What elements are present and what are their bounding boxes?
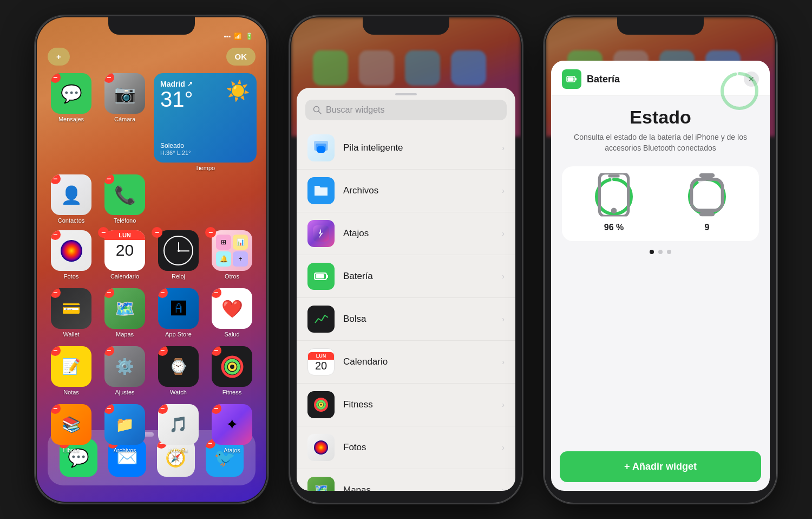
notch-1 (108, 17, 195, 35)
delete-badge[interactable]: − (158, 346, 168, 356)
battery-dot-3 (667, 250, 671, 254)
weather-range: H:36° L:21° (160, 150, 250, 156)
ok-button[interactable]: OK (226, 48, 256, 66)
delete-badge[interactable]: − (51, 346, 61, 356)
svg-point-25 (611, 208, 617, 214)
plus-button[interactable]: + (48, 48, 70, 66)
chevron-icon-archivos: › (502, 186, 505, 195)
app-label-salud: Salud (224, 331, 239, 338)
app-item-camara[interactable]: − 📷 Cámara (99, 71, 150, 125)
widget-item-bateria[interactable]: Batería › (297, 255, 515, 298)
app-label-notas: Notas (63, 389, 79, 395)
app-item-libros[interactable]: − 📚 Libros (45, 402, 97, 456)
widget-item-bolsa[interactable]: Bolsa › (297, 298, 515, 341)
svg-rect-12 (316, 274, 324, 278)
widget-item-fotos[interactable]: Fotos › (297, 426, 515, 469)
app-label-tiempo: Tiempo (154, 165, 257, 171)
app-label-musica: Música (169, 447, 188, 453)
svg-rect-29 (699, 212, 715, 217)
delete-badge[interactable]: − (104, 346, 114, 356)
app-icon-otros: − ⊞ 📊 🔔 + (212, 230, 252, 271)
delete-badge[interactable]: − (51, 73, 61, 83)
app-item-calendario[interactable]: − LUN 20 Calendario (99, 228, 150, 282)
iphone-3: Batería ✕ Estado Consulta el estado de l… (544, 16, 777, 503)
sheet-handle (395, 93, 417, 95)
notch-3 (617, 17, 704, 35)
add-widget-button[interactable]: + Añadir widget (560, 451, 761, 482)
app-item-contactos[interactable]: − 👤 Contactos (45, 172, 97, 226)
phone2-screen: Buscar widgets Pi (291, 17, 521, 502)
notch-2 (363, 17, 449, 35)
app-item-archivos[interactable]: − 📁 Archivos (99, 402, 150, 456)
phone1-screen: ▪▪▪ 📶 🔋 + OK − 💬 (37, 17, 266, 502)
delete-badge[interactable]: − (152, 227, 162, 238)
battery-pct-watch: 9 (705, 223, 710, 232)
delete-badge[interactable]: − (212, 404, 221, 414)
delete-badge[interactable]: − (212, 230, 216, 238)
app-icon-fitness: − (212, 346, 252, 387)
svg-rect-28 (699, 173, 715, 178)
delete-badge[interactable]: − (104, 288, 114, 298)
delete-badge[interactable]: − (51, 288, 61, 298)
weather-temp: 31° (160, 88, 193, 110)
delete-badge[interactable]: − (51, 404, 61, 414)
app-item-fitness[interactable]: − Fitness (206, 344, 258, 398)
app-item-atajos[interactable]: − ✦ Atajos (206, 402, 258, 456)
app-item-wallet[interactable]: − 💳 Wallet (45, 286, 97, 340)
svg-rect-30 (691, 179, 722, 210)
app-label-calendario: Calendario (110, 273, 139, 280)
widget-item-pila[interactable]: Pila inteligente › (297, 127, 515, 170)
widget-name-fitness: Fitness (343, 399, 373, 410)
delete-badge[interactable]: − (158, 288, 168, 298)
widget-icon-archivos (307, 177, 335, 204)
app-label-watch: Watch (170, 389, 187, 395)
delete-badge[interactable]: − (158, 404, 168, 414)
widget-icon-pila (307, 134, 335, 161)
app-item-salud[interactable]: − ❤️ Salud (206, 286, 258, 340)
search-placeholder: Buscar widgets (326, 105, 385, 115)
app-item-musica[interactable]: − 🎵 Música (153, 402, 204, 456)
app-item-ajustes[interactable]: − ⚙️ Ajustes (99, 344, 150, 398)
iphone-1: ▪▪▪ 📶 🔋 + OK − 💬 (35, 16, 268, 503)
app-item-appstore[interactable]: − 🅰 App Store (153, 286, 204, 340)
app-item-otros[interactable]: − ⊞ 📊 🔔 + Otros (206, 228, 258, 282)
widget-cal-date: 20 (315, 360, 327, 372)
app-item-telefono[interactable]: − 📞 Teléfono (99, 172, 150, 226)
app-icon-fotos: − (51, 230, 91, 271)
app-item-reloj[interactable]: − Reloj (153, 228, 204, 282)
delete-badge[interactable]: − (212, 288, 221, 298)
app-item-notas[interactable]: − 📝 Notas (45, 344, 97, 398)
widget-name-calendario: Calendario (343, 356, 388, 367)
svg-rect-11 (326, 275, 328, 278)
svg-point-16 (319, 403, 323, 406)
app-item-watch[interactable]: − ⌚ Watch (153, 344, 204, 398)
chevron-icon-fitness: › (502, 400, 505, 409)
app-label-libros: Libros (63, 447, 80, 453)
app-item-fotos[interactable]: − Fotos (45, 228, 97, 282)
delete-badge[interactable]: − (51, 174, 61, 184)
calendar-day: LUN (104, 230, 145, 240)
widget-item-atajos[interactable]: Atajos › (297, 212, 515, 255)
app-item-mapas[interactable]: − 🗺️ Mapas (99, 286, 150, 340)
widget-icon-calendario: LUN 20 (307, 348, 335, 375)
svg-point-0 (61, 240, 82, 262)
widget-item-fitness[interactable]: Fitness › (297, 384, 515, 426)
widget-item-archivos[interactable]: Archivos › (297, 170, 515, 212)
widget-sheet: Buscar widgets Pi (297, 88, 515, 491)
widget-search-bar[interactable]: Buscar widgets (305, 100, 507, 120)
app-label-camara: Cámara (114, 116, 135, 122)
svg-point-32 (722, 96, 757, 108)
app-label-reloj: Reloj (172, 273, 185, 280)
app-icon-salud: − ❤️ (212, 288, 252, 329)
app-icon-wallet: − 💳 (51, 288, 91, 329)
battery-partial-devices (718, 96, 761, 113)
svg-point-2 (226, 360, 239, 373)
widget-item-mapas[interactable]: 🗺️ Mapas › (297, 469, 515, 491)
delete-badge[interactable]: − (104, 404, 114, 414)
widget-item-calendario[interactable]: LUN 20 Calendario › (297, 341, 515, 384)
app-icon-ajustes: − ⚙️ (104, 346, 145, 387)
delete-badge[interactable]: − (104, 73, 114, 83)
app-icon-mensajes: − 💬 (51, 73, 91, 114)
app-item-mensajes[interactable]: − 💬 Mensajes (45, 71, 97, 125)
delete-badge[interactable]: − (104, 174, 114, 184)
